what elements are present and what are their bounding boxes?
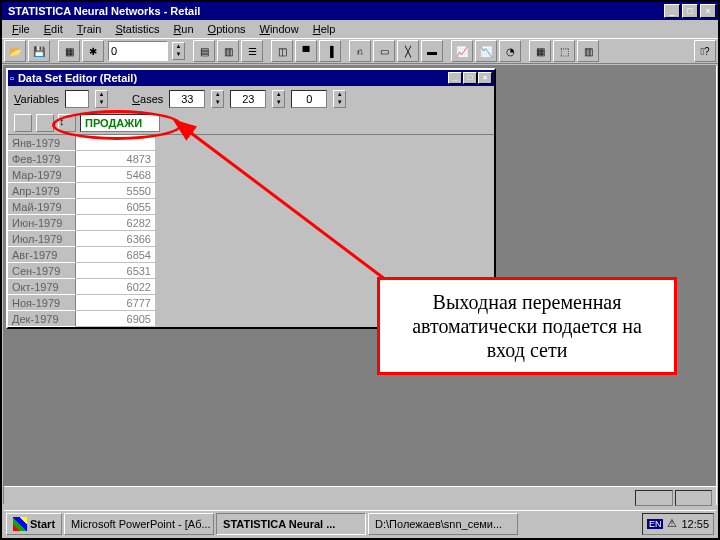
- col-btn-3[interactable]: ↕: [58, 114, 76, 132]
- tb-chart2-icon[interactable]: 📉: [475, 40, 497, 62]
- tb-i-icon[interactable]: ╳: [397, 40, 419, 62]
- cell-value[interactable]: 6282: [76, 215, 156, 231]
- menu-options[interactable]: Options: [202, 22, 252, 36]
- cell-value[interactable]: 6777: [76, 295, 156, 311]
- minimize-button[interactable]: _: [664, 4, 680, 18]
- row-header: Янв-1979: [8, 135, 76, 151]
- child-doc-icon: ▫: [10, 72, 14, 84]
- cell-value[interactable]: [76, 135, 156, 151]
- cases-input-2[interactable]: [230, 90, 266, 108]
- variables-input[interactable]: [65, 90, 89, 108]
- tb-e-icon[interactable]: ▀: [295, 40, 317, 62]
- tb-f-icon[interactable]: ▐: [319, 40, 341, 62]
- menu-edit[interactable]: Edit: [38, 22, 69, 36]
- menu-window[interactable]: Window: [254, 22, 305, 36]
- menu-run[interactable]: Run: [167, 22, 199, 36]
- tb-h-icon[interactable]: ▭: [373, 40, 395, 62]
- column-header[interactable]: ПРОДАЖИ: [80, 114, 160, 132]
- start-button[interactable]: Start: [6, 513, 62, 535]
- row-header: Май-1979: [8, 199, 76, 215]
- cell-value[interactable]: 6531: [76, 263, 156, 279]
- tb-net-icon[interactable]: ✱: [82, 40, 104, 62]
- table-row[interactable]: Мар-19795468: [8, 167, 494, 183]
- tb-save-icon[interactable]: 💾: [28, 40, 50, 62]
- cases-input-1[interactable]: [169, 90, 205, 108]
- tb-g-icon[interactable]: ⎌: [349, 40, 371, 62]
- table-row[interactable]: Июл-19796366: [8, 231, 494, 247]
- menu-file[interactable]: File: [6, 22, 36, 36]
- table-row[interactable]: Фев-19794873: [8, 151, 494, 167]
- tb-help-icon[interactable]: 𖡄?: [694, 40, 716, 62]
- column-toolbar: ↕ ПРОДАЖИ: [8, 112, 494, 134]
- cell-value[interactable]: 6055: [76, 199, 156, 215]
- child-titlebar: ▫ Data Set Editor (Retail) _ □ ×: [8, 70, 494, 86]
- cases-spin-1[interactable]: ▲▼: [211, 90, 224, 108]
- toolbar: 📂 💾 ▦ ✱ ▲▼ ▤ ▥ ☰ ◫ ▀ ▐ ⎌ ▭ ╳ ▬ 📈 📉 ◔ ▦ ⬚…: [2, 38, 718, 64]
- status-cell-1: [635, 490, 672, 506]
- windows-logo-icon: [13, 517, 27, 531]
- close-button[interactable]: ×: [700, 4, 716, 18]
- row-header: Дек-1979: [8, 311, 76, 327]
- system-tray: EN ⚠ 12:55: [642, 513, 714, 535]
- table-row[interactable]: Апр-19795550: [8, 183, 494, 199]
- tb-chart1-icon[interactable]: 📈: [451, 40, 473, 62]
- tb-value-input[interactable]: [108, 41, 168, 61]
- taskbar: Start Microsoft PowerPoint - [Аб... STAT…: [4, 510, 716, 536]
- table-row[interactable]: Май-19796055: [8, 199, 494, 215]
- tb-m-icon[interactable]: ▥: [577, 40, 599, 62]
- child-max-button[interactable]: □: [463, 72, 477, 84]
- row-header: Мар-1979: [8, 167, 76, 183]
- child-title-text: Data Set Editor (Retail): [18, 72, 137, 84]
- cell-value[interactable]: 4873: [76, 151, 156, 167]
- col-btn-2[interactable]: [36, 114, 54, 132]
- row-header: Фев-1979: [8, 151, 76, 167]
- tb-c-icon[interactable]: ☰: [241, 40, 263, 62]
- tb-spin[interactable]: ▲▼: [172, 42, 185, 60]
- tb-j-icon[interactable]: ▬: [421, 40, 443, 62]
- cell-value[interactable]: 6905: [76, 311, 156, 327]
- column-header-text: ПРОДАЖИ: [85, 117, 142, 129]
- row-header: Ноя-1979: [8, 295, 76, 311]
- tb-b-icon[interactable]: ▥: [217, 40, 239, 62]
- cell-value[interactable]: 6366: [76, 231, 156, 247]
- menu-statistics[interactable]: Statistics: [109, 22, 165, 36]
- tb-open-icon[interactable]: 📂: [4, 40, 26, 62]
- task-statistica[interactable]: STATISTICA Neural ...: [216, 513, 366, 535]
- cases-spin-2[interactable]: ▲▼: [272, 90, 285, 108]
- variables-label: Variables: [14, 93, 59, 105]
- task-powerpoint[interactable]: Microsoft PowerPoint - [Аб...: [64, 513, 214, 535]
- tb-a-icon[interactable]: ▤: [193, 40, 215, 62]
- tray-alert-icon[interactable]: ⚠: [667, 517, 677, 530]
- menu-train[interactable]: Train: [71, 22, 108, 36]
- row-header: Окт-1979: [8, 279, 76, 295]
- clock: 12:55: [681, 518, 709, 530]
- cases-input-3[interactable]: [291, 90, 327, 108]
- table-row[interactable]: Янв-1979: [8, 135, 494, 151]
- row-header: Апр-1979: [8, 183, 76, 199]
- row-header: Июл-1979: [8, 231, 76, 247]
- tb-k-icon[interactable]: ▦: [529, 40, 551, 62]
- cell-value[interactable]: 6854: [76, 247, 156, 263]
- menubar: File Edit Train Statistics Run Options W…: [2, 20, 718, 38]
- menu-help[interactable]: Help: [307, 22, 342, 36]
- cell-value[interactable]: 5468: [76, 167, 156, 183]
- variables-spin[interactable]: ▲▼: [95, 90, 108, 108]
- lang-indicator[interactable]: EN: [647, 519, 664, 529]
- child-min-button[interactable]: _: [448, 72, 462, 84]
- tb-chart3-icon[interactable]: ◔: [499, 40, 521, 62]
- tb-grid-icon[interactable]: ▦: [58, 40, 80, 62]
- cell-value[interactable]: 6022: [76, 279, 156, 295]
- tb-d-icon[interactable]: ◫: [271, 40, 293, 62]
- table-row[interactable]: Июн-19796282: [8, 215, 494, 231]
- tb-l-icon[interactable]: ⬚: [553, 40, 575, 62]
- maximize-button[interactable]: □: [682, 4, 698, 18]
- cases-spin-3[interactable]: ▲▼: [333, 90, 346, 108]
- task-explorer[interactable]: D:\Полежаев\snn_семи...: [368, 513, 518, 535]
- table-row[interactable]: Авг-19796854: [8, 247, 494, 263]
- child-close-button[interactable]: ×: [478, 72, 492, 84]
- row-header: Авг-1979: [8, 247, 76, 263]
- col-btn-1[interactable]: [14, 114, 32, 132]
- statusbar: [4, 486, 716, 508]
- app-title: STATISTICA Neural Networks - Retail: [4, 5, 664, 17]
- cell-value[interactable]: 5550: [76, 183, 156, 199]
